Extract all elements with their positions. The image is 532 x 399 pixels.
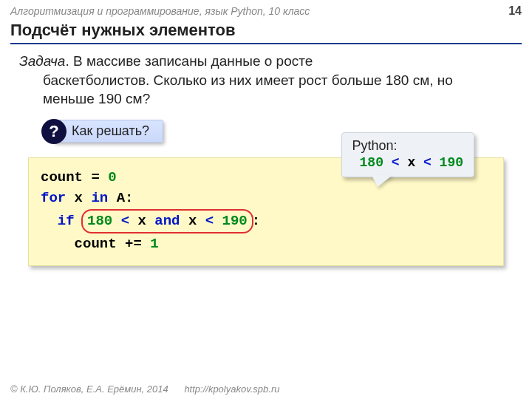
slide-header: Алгоритмизация и программирование, язык … xyxy=(0,0,532,19)
code-area: Python: 180 < x < 190 count = 0 for x in… xyxy=(28,157,504,266)
task-text: Задача. В массиве записаны данные о рост… xyxy=(19,52,502,109)
callout-expression: 180 < x < 190 xyxy=(352,154,463,171)
callout-label: Python: xyxy=(352,137,463,154)
copyright: © К.Ю. Поляков, Е.А. Ерёмин, 2014 xyxy=(10,383,168,395)
page-number: 14 xyxy=(508,4,522,18)
footer-url: http://kpolyakov.spb.ru xyxy=(184,383,279,395)
question-mark-icon: ? xyxy=(41,119,66,144)
slide-footer: © К.Ю. Поляков, Е.А. Ерёмин, 2014 http:/… xyxy=(10,383,279,395)
course-title: Алгоритмизация и программирование, язык … xyxy=(10,5,310,17)
question-text: Как решать? xyxy=(53,120,163,143)
condition-highlight: 180 < x and x < 190 xyxy=(81,209,253,234)
python-callout: Python: 180 < x < 190 xyxy=(341,132,474,177)
task-label: Задача xyxy=(19,53,65,69)
task-line2: баскетболистов. Сколько из них имеет рос… xyxy=(19,71,502,109)
slide-title: Подсчёт нужных элементов xyxy=(10,21,522,44)
task-line1: . В массиве записаны данные о росте xyxy=(65,53,313,69)
callout-tail-icon xyxy=(372,175,392,187)
